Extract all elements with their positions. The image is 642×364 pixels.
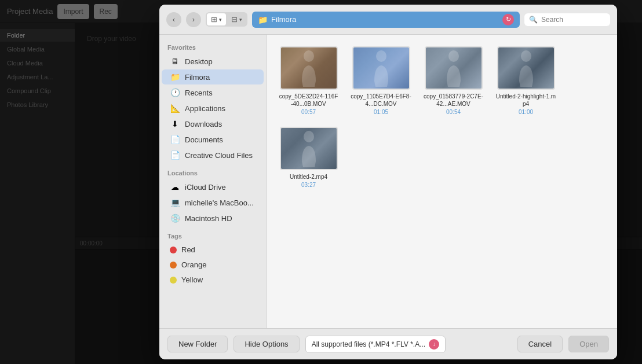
svg-point-3 [521, 50, 531, 62]
sidebar-filmora[interactable]: 📁 Filmora [162, 69, 264, 84]
sidebar-downloads[interactable]: ⬇ Downloads [162, 116, 264, 131]
person-silhouette-1 [370, 49, 393, 87]
person-silhouette-4 [297, 130, 320, 167]
hd-icon: 💿 [170, 214, 180, 223]
sidebar-downloads-label: Downloads [185, 120, 222, 128]
thumb-inner-0 [281, 47, 337, 89]
locations-label: Locations [159, 167, 266, 179]
thumb-inner-2 [426, 47, 482, 89]
sidebar-icloud-label: iCloud Drive [185, 183, 226, 192]
sidebar-recents-label: Recents [185, 89, 213, 97]
person-silhouette-2 [442, 49, 465, 87]
folder-icon: 📁 [258, 15, 268, 24]
yellow-dot [170, 277, 177, 284]
forward-button[interactable]: › [186, 12, 201, 27]
filmora-icon: 📁 [170, 72, 180, 82]
sidebar-documents[interactable]: 📄 Documents [162, 132, 264, 147]
thumb-inner-4 [281, 128, 337, 169]
sidebar-macintosh-hd[interactable]: 💿 Macintosh HD [162, 211, 264, 226]
svg-point-2 [448, 50, 459, 62]
person-silhouette-0 [297, 49, 320, 87]
dialog-content: Favorites 🖥 Desktop 📁 Filmora 🕐 Recents … [159, 35, 617, 328]
sidebar-applications-label: Applications [185, 104, 225, 113]
file-thumb-0 [280, 46, 338, 90]
new-folder-button[interactable]: New Folder [167, 336, 228, 352]
sidebar-tag-yellow[interactable]: Yellow [162, 273, 264, 287]
file-thumb-2 [425, 46, 483, 90]
filter-text: All supported files (*.MP4 *.FLV *.A... [312, 340, 426, 348]
search-input[interactable] [541, 16, 605, 24]
hide-options-button[interactable]: Hide Options [234, 336, 299, 352]
file-thumb-1 [352, 46, 410, 90]
downloads-icon: ⬇ [170, 119, 180, 128]
sidebar-macbook-label: michelle's MacBoo... [185, 198, 254, 207]
file-dialog: ‹ › ⊞ ▾ ⊟ ▾ 📁 Filmora ↻ 🔍 Favorites 🖥 [159, 5, 617, 359]
dialog-sidebar: Favorites 🖥 Desktop 📁 Filmora 🕐 Recents … [159, 35, 267, 328]
file-name-1: copy_1105E7D4-E6F8-4...DC.MOV [351, 93, 411, 108]
file-name-3: Untitled-2-highlight-1.mp4 [495, 93, 556, 108]
sidebar-hd-label: Macintosh HD [185, 214, 232, 223]
file-duration-3: 01:00 [519, 109, 533, 115]
thumb-inner-3 [498, 47, 554, 89]
favorites-label: Favorites [159, 42, 266, 53]
icon-view-button[interactable]: ⊞ ▾ [207, 13, 226, 25]
dialog-toolbar: ‹ › ⊞ ▾ ⊟ ▾ 📁 Filmora ↻ 🔍 [159, 5, 617, 35]
sidebar-tag-red[interactable]: Red [162, 242, 264, 257]
location-text: Filmora [271, 15, 499, 24]
sidebar-orange-label: Orange [181, 260, 206, 269]
sidebar-creative-cloud-label: Creative Cloud Files [185, 151, 253, 160]
refresh-button[interactable]: ↻ [502, 14, 514, 25]
file-name-2: copy_01583779-2C7E-42...AE.MOV [423, 93, 484, 108]
file-duration-0: 00:57 [301, 109, 316, 115]
icon-view-chevron: ▾ [219, 17, 222, 23]
person-silhouette-3 [515, 49, 538, 87]
desktop-icon: 🖥 [170, 57, 180, 66]
search-icon: 🔍 [529, 16, 538, 24]
red-dot [170, 247, 177, 253]
sidebar-creative-cloud[interactable]: 📄 Creative Cloud Files [162, 148, 264, 163]
file-item-3[interactable]: Untitled-2-highlight-1.mp4 01:00 [495, 46, 556, 115]
orange-dot [170, 262, 177, 269]
open-button[interactable]: Open [568, 336, 609, 352]
sidebar-macbook[interactable]: 💻 michelle's MacBoo... [162, 195, 264, 210]
file-duration-1: 01:05 [374, 109, 388, 115]
file-duration-2: 00:54 [446, 109, 461, 115]
back-button[interactable]: ‹ [166, 12, 181, 27]
file-thumb-3 [497, 46, 555, 90]
file-item-4[interactable]: Untitled-2.mp4 03:27 [278, 127, 339, 188]
file-item-1[interactable]: copy_1105E7D4-E6F8-4...DC.MOV 01:05 [351, 46, 411, 115]
sidebar-tag-orange[interactable]: Orange [162, 258, 264, 272]
filter-arrow-icon: ↓ [429, 339, 439, 350]
file-item-2[interactable]: copy_01583779-2C7E-42...AE.MOV 00:54 [423, 46, 484, 115]
sidebar-desktop-label: Desktop [185, 57, 213, 66]
sidebar-yellow-label: Yellow [181, 275, 203, 284]
view-toggle-group: ⊞ ▾ ⊟ ▾ [206, 12, 247, 27]
file-filter-pill[interactable]: All supported files (*.MP4 *.FLV *.A... … [305, 336, 446, 353]
search-box[interactable]: 🔍 [524, 13, 610, 26]
sidebar-filmora-label: Filmora [185, 73, 210, 82]
svg-point-1 [376, 50, 386, 62]
svg-point-0 [304, 50, 314, 62]
dialog-bottom-bar: New Folder Hide Options All supported fi… [159, 328, 617, 359]
sidebar-recents[interactable]: 🕐 Recents [162, 85, 264, 100]
location-pill: 📁 Filmora ↻ [252, 12, 520, 28]
macbook-icon: 💻 [170, 198, 180, 207]
sidebar-red-label: Red [181, 245, 195, 254]
icloud-icon: ☁ [170, 182, 180, 192]
thumb-inner-1 [353, 47, 409, 89]
file-grid: copy_5DE32D24-116F-40...0B.MOV 00:57 cop… [267, 35, 617, 328]
sidebar-desktop[interactable]: 🖥 Desktop [162, 54, 264, 69]
cancel-button[interactable]: Cancel [517, 336, 563, 352]
sidebar-icloud[interactable]: ☁ iCloud Drive [162, 179, 264, 194]
sidebar-documents-label: Documents [185, 135, 223, 144]
list-view-chevron: ▾ [239, 17, 242, 23]
file-thumb-4 [280, 127, 338, 170]
svg-point-4 [304, 131, 314, 142]
file-item-0[interactable]: copy_5DE32D24-116F-40...0B.MOV 00:57 [278, 46, 339, 115]
recents-icon: 🕐 [170, 88, 180, 97]
file-name-4: Untitled-2.mp4 [290, 173, 327, 181]
creative-cloud-icon: 📄 [170, 150, 180, 160]
list-view-button[interactable]: ⊟ ▾ [227, 13, 246, 25]
sidebar-applications[interactable]: 📐 Applications [162, 101, 264, 116]
file-name-0: copy_5DE32D24-116F-40...0B.MOV [278, 93, 339, 108]
